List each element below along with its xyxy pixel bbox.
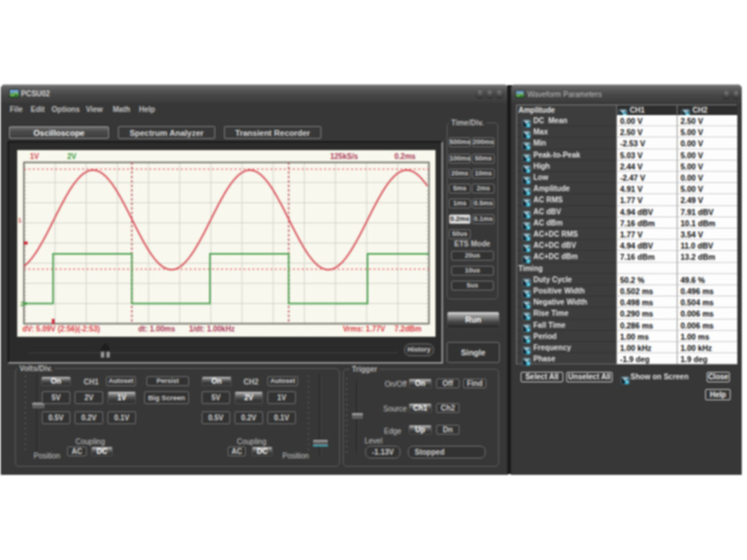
svg-text:1/dt: 1.00kHz: 1/dt: 1.00kHz: [189, 325, 235, 333]
svg-text:Vrms: 1.77V: Vrms: 1.77V: [343, 325, 385, 333]
svg-text:0.2ms: 0.2ms: [394, 152, 416, 161]
svg-text:dV: 5.09V (2:56)(-2:53): dV: 5.09V (2:56)(-2:53): [22, 325, 100, 333]
svg-text:1: 1: [18, 217, 22, 224]
svg-text:125kS/s: 125kS/s: [330, 152, 359, 161]
svg-text:1V: 1V: [30, 152, 40, 161]
svg-text:2: 2: [20, 300, 24, 308]
svg-text:7.2dBm: 7.2dBm: [394, 325, 421, 333]
svg-text:dt: 1.00ms: dt: 1.00ms: [138, 325, 176, 333]
svg-text:2V: 2V: [67, 152, 77, 161]
